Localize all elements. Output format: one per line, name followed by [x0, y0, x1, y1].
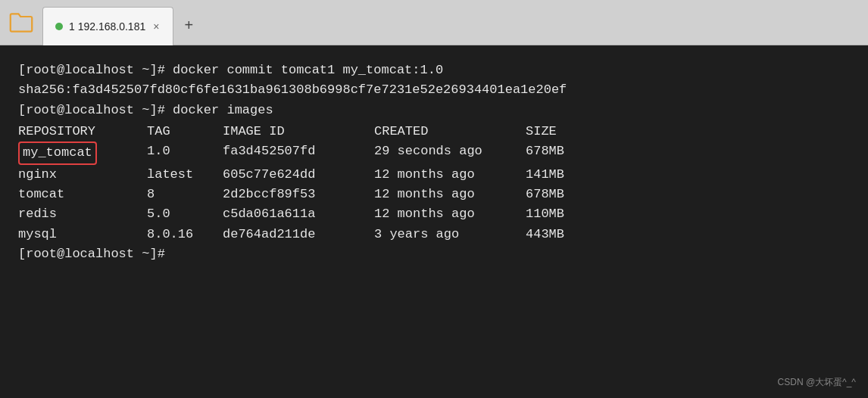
cell-tag: 8: [147, 185, 223, 204]
cell-repository: redis: [18, 204, 147, 224]
table-row: mysql8.0.16de764ad211de3 years ago443MB: [18, 225, 850, 244]
table-row: nginxlatest605c77e624dd12 months ago141M…: [18, 165, 850, 185]
title-bar: 1 192.168.0.181 × +: [0, 0, 868, 45]
tab-status-dot: [55, 23, 63, 30]
table-row: my_tomcat1.0fa3d452507fd29 seconds ago67…: [18, 141, 850, 164]
watermark: CSDN @大坏蛋^_^: [778, 376, 856, 389]
cell-tag: 8.0.16: [147, 225, 223, 244]
highlighted-repo: my_tomcat: [18, 141, 97, 164]
sha256-line: sha256:fa3d452507fd80cf6fe1631ba961308b6…: [18, 80, 850, 100]
cell-created: 3 years ago: [374, 225, 526, 244]
cell-created: 12 months ago: [374, 185, 526, 204]
terminal: [root@localhost ~]# docker commit tomcat…: [0, 45, 868, 398]
command-line-1: [root@localhost ~]# docker commit tomcat…: [18, 61, 850, 80]
cell-size: 678MB: [526, 141, 601, 164]
cell-size: 141MB: [526, 165, 601, 185]
cell-repository: mysql: [18, 225, 147, 244]
cell-created: 12 months ago: [374, 204, 526, 224]
col-size: SIZE: [526, 122, 601, 141]
col-created: CREATED: [374, 122, 526, 141]
table-header: REPOSITORY TAG IMAGE ID CREATED SIZE: [18, 122, 850, 141]
active-tab[interactable]: 1 192.168.0.181 ×: [42, 7, 173, 45]
cell-created: 29 seconds ago: [374, 141, 526, 164]
cell-repository: tomcat: [18, 185, 147, 204]
tab-close-button[interactable]: ×: [151, 20, 161, 33]
cell-size: 110MB: [526, 204, 601, 224]
cell-image-id: de764ad211de: [223, 225, 374, 244]
tab-label: 1 192.168.0.181: [69, 20, 145, 33]
cell-image-id: 2d2bccf89f53: [223, 185, 374, 204]
cell-repository: my_tomcat: [18, 141, 147, 164]
folder-icon: [9, 12, 33, 33]
table-row: tomcat82d2bccf89f5312 months ago678MB: [18, 185, 850, 204]
new-tab-button[interactable]: +: [173, 6, 204, 45]
table-body: my_tomcat1.0fa3d452507fd29 seconds ago67…: [18, 141, 850, 244]
cell-image-id: c5da061a611a: [223, 204, 374, 224]
cell-tag: 5.0: [147, 204, 223, 224]
col-image-id: IMAGE ID: [223, 122, 374, 141]
cell-size: 443MB: [526, 225, 601, 244]
table-row: redis5.0c5da061a611a12 months ago110MB: [18, 204, 850, 224]
cell-image-id: fa3d452507fd: [223, 141, 374, 164]
cell-tag: latest: [147, 165, 223, 185]
command-line-2: [root@localhost ~]# docker images: [18, 101, 850, 120]
last-prompt-line: [root@localhost ~]#: [18, 244, 850, 264]
cell-created: 12 months ago: [374, 165, 526, 185]
cell-image-id: 605c77e624dd: [223, 165, 374, 185]
cell-size: 678MB: [526, 185, 601, 204]
cell-repository: nginx: [18, 165, 147, 185]
col-repository: REPOSITORY: [18, 122, 147, 141]
title-bar-left: [0, 0, 42, 45]
cell-tag: 1.0: [147, 141, 223, 164]
col-tag: TAG: [147, 122, 223, 141]
